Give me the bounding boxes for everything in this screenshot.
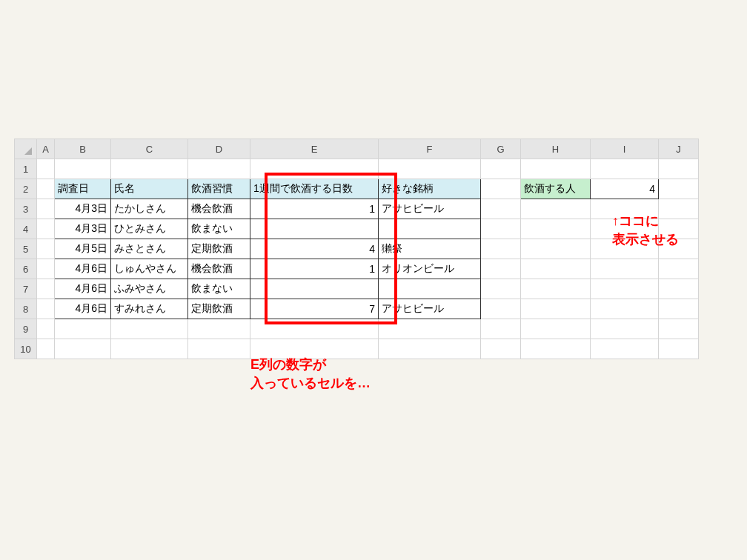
cell[interactable] (659, 339, 699, 359)
cell-habit[interactable]: 飲まない (188, 219, 250, 239)
col-header-E[interactable]: E (250, 139, 379, 159)
cell-brand[interactable]: アサヒビール (379, 199, 481, 219)
cell[interactable] (55, 339, 111, 359)
cell[interactable] (111, 319, 188, 339)
cell[interactable] (591, 339, 659, 359)
cell[interactable] (481, 159, 521, 179)
cell[interactable] (37, 199, 55, 219)
cell[interactable] (188, 319, 250, 339)
cell[interactable] (37, 239, 55, 259)
cell-days[interactable] (250, 219, 379, 239)
col-header-G[interactable]: G (481, 139, 521, 159)
cell[interactable] (659, 259, 699, 279)
cell[interactable] (379, 319, 481, 339)
cell[interactable] (659, 319, 699, 339)
cell-name[interactable]: ひとみさん (111, 219, 188, 239)
row-header-1[interactable]: 1 (15, 159, 37, 179)
cell[interactable] (37, 319, 55, 339)
cell-date[interactable]: 4月3日 (55, 199, 111, 219)
col-header-F[interactable]: F (379, 139, 481, 159)
cell[interactable] (481, 219, 521, 239)
row-header-4[interactable]: 4 (15, 219, 37, 239)
cell-days[interactable]: 7 (250, 299, 379, 319)
select-all-corner[interactable] (15, 139, 37, 159)
cell[interactable] (591, 319, 659, 339)
row-header-6[interactable]: 6 (15, 259, 37, 279)
cell[interactable] (481, 239, 521, 259)
cell-name[interactable]: みさとさん (111, 239, 188, 259)
cell-date[interactable]: 4月3日 (55, 219, 111, 239)
cell[interactable] (521, 259, 591, 279)
cell-date[interactable]: 4月6日 (55, 279, 111, 299)
cell[interactable] (521, 319, 591, 339)
row-header-9[interactable]: 9 (15, 319, 37, 339)
cell[interactable] (659, 279, 699, 299)
header-survey-date[interactable]: 調査日 (55, 179, 111, 199)
cell[interactable] (521, 199, 591, 219)
row-header-8[interactable]: 8 (15, 299, 37, 319)
cell[interactable] (250, 319, 379, 339)
spreadsheet[interactable]: A B C D E F G H I J 1 2 (14, 139, 699, 359)
cell[interactable] (591, 299, 659, 319)
col-header-A[interactable]: A (37, 139, 55, 159)
row-header-3[interactable]: 3 (15, 199, 37, 219)
cell[interactable] (481, 179, 521, 199)
cell-date[interactable]: 4月6日 (55, 299, 111, 319)
cell-brand[interactable]: 獺祭 (379, 239, 481, 259)
cell[interactable] (188, 159, 250, 179)
header-name[interactable]: 氏名 (111, 179, 188, 199)
cell[interactable] (591, 259, 659, 279)
cell[interactable] (37, 279, 55, 299)
cell-brand[interactable] (379, 219, 481, 239)
cell[interactable] (481, 279, 521, 299)
cell-name[interactable]: たかしさん (111, 199, 188, 219)
cell-habit[interactable]: 機会飲酒 (188, 199, 250, 219)
col-header-I[interactable]: I (591, 139, 659, 159)
cell-days[interactable]: 1 (250, 199, 379, 219)
cell[interactable] (37, 219, 55, 239)
col-header-C[interactable]: C (111, 139, 188, 159)
cell[interactable] (521, 339, 591, 359)
col-header-H[interactable]: H (521, 139, 591, 159)
cell[interactable] (521, 239, 591, 259)
cell-brand[interactable]: オリオンビール (379, 259, 481, 279)
cell-name[interactable]: すみれさん (111, 299, 188, 319)
cell-habit[interactable]: 機会飲酒 (188, 259, 250, 279)
row-header-5[interactable]: 5 (15, 239, 37, 259)
col-header-J[interactable]: J (659, 139, 699, 159)
row-header-10[interactable]: 10 (15, 339, 37, 359)
cell-date[interactable]: 4月5日 (55, 239, 111, 259)
cell-brand[interactable] (379, 279, 481, 299)
row-header-7[interactable]: 7 (15, 279, 37, 299)
grid[interactable]: A B C D E F G H I J 1 2 (14, 139, 699, 359)
col-header-B[interactable]: B (55, 139, 111, 159)
cell[interactable] (521, 279, 591, 299)
cell-name[interactable]: ふみやさん (111, 279, 188, 299)
cell-brand[interactable]: アサヒビール (379, 299, 481, 319)
cell-date[interactable]: 4月6日 (55, 259, 111, 279)
cell[interactable] (481, 299, 521, 319)
cell[interactable] (659, 299, 699, 319)
cell[interactable] (379, 159, 481, 179)
cell-habit[interactable]: 飲まない (188, 279, 250, 299)
cell[interactable] (379, 339, 481, 359)
cell-days[interactable] (250, 279, 379, 299)
header-drinking-habit[interactable]: 飲酒習慣 (188, 179, 250, 199)
cell[interactable] (37, 259, 55, 279)
summary-label[interactable]: 飲酒する人 (521, 179, 591, 199)
row-header-2[interactable]: 2 (15, 179, 37, 199)
cell-days[interactable]: 1 (250, 259, 379, 279)
cell[interactable] (37, 159, 55, 179)
cell-habit[interactable]: 定期飲酒 (188, 239, 250, 259)
cell[interactable] (111, 339, 188, 359)
cell[interactable] (591, 279, 659, 299)
cell[interactable] (591, 159, 659, 179)
cell[interactable] (111, 159, 188, 179)
cell[interactable] (521, 219, 591, 239)
cell-days[interactable]: 4 (250, 239, 379, 259)
col-header-D[interactable]: D (188, 139, 250, 159)
cell[interactable] (250, 159, 379, 179)
header-days-per-week[interactable]: 1週間で飲酒する日数 (250, 179, 379, 199)
cell[interactable] (37, 179, 55, 199)
cell-habit[interactable]: 定期飲酒 (188, 299, 250, 319)
